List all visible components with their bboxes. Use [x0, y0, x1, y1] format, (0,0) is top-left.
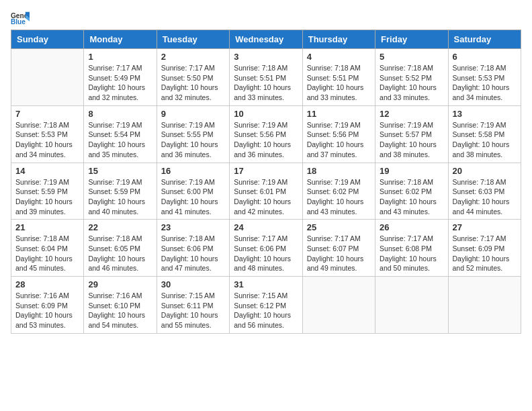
day-info: Sunrise: 7:18 AM Sunset: 6:04 PM Dayligh… [15, 234, 79, 273]
day-number: 28 [15, 279, 79, 289]
day-number: 2 [161, 52, 225, 62]
day-number: 17 [234, 166, 298, 176]
logo: General Blue [11, 11, 32, 26]
day-number: 8 [88, 109, 152, 119]
day-number: 15 [88, 166, 152, 176]
day-info: Sunrise: 7:19 AM Sunset: 6:01 PM Dayligh… [234, 177, 298, 217]
day-number: 27 [453, 222, 517, 232]
calendar-cell: 25Sunrise: 7:17 AM Sunset: 6:07 PM Dayli… [302, 220, 375, 277]
calendar-cell: 19Sunrise: 7:18 AM Sunset: 6:02 PM Dayli… [375, 163, 448, 220]
day-number: 18 [307, 166, 371, 176]
calendar-week-row: 7Sunrise: 7:18 AM Sunset: 5:53 PM Daylig… [11, 105, 521, 163]
calendar-week-row: 14Sunrise: 7:19 AM Sunset: 5:59 PM Dayli… [11, 163, 521, 220]
day-info: Sunrise: 7:19 AM Sunset: 6:02 PM Dayligh… [307, 177, 371, 217]
day-number: 20 [453, 166, 517, 176]
day-number: 5 [380, 52, 443, 62]
day-info: Sunrise: 7:17 AM Sunset: 5:50 PM Dayligh… [161, 63, 225, 103]
calendar-cell: 12Sunrise: 7:19 AM Sunset: 5:57 PM Dayli… [375, 105, 448, 163]
day-info: Sunrise: 7:19 AM Sunset: 5:59 PM Dayligh… [15, 177, 79, 217]
day-info: Sunrise: 7:19 AM Sunset: 5:56 PM Dayligh… [234, 120, 298, 160]
day-number: 7 [15, 109, 79, 119]
logo-icon: General Blue [11, 11, 30, 26]
day-info: Sunrise: 7:18 AM Sunset: 5:51 PM Dayligh… [307, 63, 371, 103]
calendar-cell: 24Sunrise: 7:17 AM Sunset: 6:06 PM Dayli… [230, 220, 302, 277]
day-info: Sunrise: 7:16 AM Sunset: 6:10 PM Dayligh… [88, 291, 152, 330]
day-info: Sunrise: 7:19 AM Sunset: 5:58 PM Dayligh… [453, 120, 517, 160]
day-number: 24 [234, 222, 298, 232]
calendar-cell [448, 277, 521, 334]
calendar-cell: 17Sunrise: 7:19 AM Sunset: 6:01 PM Dayli… [230, 163, 302, 220]
day-info: Sunrise: 7:18 AM Sunset: 5:51 PM Dayligh… [234, 63, 298, 103]
calendar-cell: 8Sunrise: 7:19 AM Sunset: 5:54 PM Daylig… [84, 105, 157, 163]
calendar-cell: 22Sunrise: 7:18 AM Sunset: 6:05 PM Dayli… [84, 220, 157, 277]
calendar-cell: 26Sunrise: 7:17 AM Sunset: 6:08 PM Dayli… [375, 220, 448, 277]
day-number: 6 [453, 52, 517, 62]
calendar-cell: 18Sunrise: 7:19 AM Sunset: 6:02 PM Dayli… [302, 163, 375, 220]
day-number: 4 [307, 52, 371, 62]
calendar-cell: 13Sunrise: 7:19 AM Sunset: 5:58 PM Dayli… [448, 105, 521, 163]
calendar-cell: 3Sunrise: 7:18 AM Sunset: 5:51 PM Daylig… [230, 49, 302, 106]
calendar-cell: 2Sunrise: 7:17 AM Sunset: 5:50 PM Daylig… [157, 49, 229, 106]
day-number: 3 [234, 52, 298, 62]
day-number: 25 [307, 222, 371, 232]
day-info: Sunrise: 7:17 AM Sunset: 5:49 PM Dayligh… [88, 63, 152, 103]
day-number: 19 [380, 166, 443, 176]
calendar-header-row: SundayMondayTuesdayWednesdayThursdayFrid… [11, 30, 521, 49]
calendar-cell: 31Sunrise: 7:15 AM Sunset: 6:12 PM Dayli… [230, 277, 302, 334]
calendar-cell: 15Sunrise: 7:19 AM Sunset: 5:59 PM Dayli… [84, 163, 157, 220]
day-info: Sunrise: 7:18 AM Sunset: 5:52 PM Dayligh… [380, 63, 443, 103]
day-info: Sunrise: 7:19 AM Sunset: 5:59 PM Dayligh… [88, 177, 152, 217]
day-of-week-header: Saturday [448, 30, 521, 49]
day-info: Sunrise: 7:17 AM Sunset: 6:08 PM Dayligh… [380, 234, 443, 273]
calendar-cell: 10Sunrise: 7:19 AM Sunset: 5:56 PM Dayli… [230, 105, 302, 163]
calendar-cell: 5Sunrise: 7:18 AM Sunset: 5:52 PM Daylig… [375, 49, 448, 106]
calendar-cell: 9Sunrise: 7:19 AM Sunset: 5:55 PM Daylig… [157, 105, 229, 163]
day-number: 29 [88, 279, 152, 289]
day-info: Sunrise: 7:18 AM Sunset: 6:06 PM Dayligh… [161, 234, 225, 273]
calendar-table: SundayMondayTuesdayWednesdayThursdayFrid… [11, 30, 521, 334]
day-info: Sunrise: 7:17 AM Sunset: 6:09 PM Dayligh… [453, 234, 517, 273]
day-number: 23 [161, 222, 225, 232]
day-info: Sunrise: 7:19 AM Sunset: 5:57 PM Dayligh… [380, 120, 443, 160]
calendar-cell: 21Sunrise: 7:18 AM Sunset: 6:04 PM Dayli… [11, 220, 84, 277]
day-number: 10 [234, 109, 298, 119]
day-info: Sunrise: 7:19 AM Sunset: 6:00 PM Dayligh… [161, 177, 225, 217]
calendar-week-row: 28Sunrise: 7:16 AM Sunset: 6:09 PM Dayli… [11, 277, 521, 334]
day-of-week-header: Tuesday [157, 30, 229, 49]
day-info: Sunrise: 7:18 AM Sunset: 5:53 PM Dayligh… [453, 63, 517, 103]
calendar-cell [375, 277, 448, 334]
day-number: 12 [380, 109, 443, 119]
day-of-week-header: Wednesday [230, 30, 302, 49]
day-info: Sunrise: 7:17 AM Sunset: 6:07 PM Dayligh… [307, 234, 371, 273]
calendar-cell: 27Sunrise: 7:17 AM Sunset: 6:09 PM Dayli… [448, 220, 521, 277]
calendar-cell: 4Sunrise: 7:18 AM Sunset: 5:51 PM Daylig… [302, 49, 375, 106]
day-info: Sunrise: 7:15 AM Sunset: 6:11 PM Dayligh… [161, 291, 225, 330]
day-info: Sunrise: 7:18 AM Sunset: 6:03 PM Dayligh… [453, 177, 517, 217]
day-number: 14 [15, 166, 79, 176]
day-of-week-header: Sunday [11, 30, 84, 49]
day-number: 16 [161, 166, 225, 176]
calendar-week-row: 1Sunrise: 7:17 AM Sunset: 5:49 PM Daylig… [11, 49, 521, 106]
calendar-cell: 14Sunrise: 7:19 AM Sunset: 5:59 PM Dayli… [11, 163, 84, 220]
calendar-cell: 20Sunrise: 7:18 AM Sunset: 6:03 PM Dayli… [448, 163, 521, 220]
calendar-cell: 23Sunrise: 7:18 AM Sunset: 6:06 PM Dayli… [157, 220, 229, 277]
day-info: Sunrise: 7:17 AM Sunset: 6:06 PM Dayligh… [234, 234, 298, 273]
calendar-cell: 1Sunrise: 7:17 AM Sunset: 5:49 PM Daylig… [84, 49, 157, 106]
calendar-week-row: 21Sunrise: 7:18 AM Sunset: 6:04 PM Dayli… [11, 220, 521, 277]
day-number: 21 [15, 222, 79, 232]
calendar-cell: 7Sunrise: 7:18 AM Sunset: 5:53 PM Daylig… [11, 105, 84, 163]
calendar-cell: 16Sunrise: 7:19 AM Sunset: 6:00 PM Dayli… [157, 163, 229, 220]
page-header: General Blue [11, 11, 521, 26]
calendar-cell: 11Sunrise: 7:19 AM Sunset: 5:56 PM Dayli… [302, 105, 375, 163]
calendar-cell: 30Sunrise: 7:15 AM Sunset: 6:11 PM Dayli… [157, 277, 229, 334]
day-info: Sunrise: 7:15 AM Sunset: 6:12 PM Dayligh… [234, 291, 298, 330]
calendar-cell [11, 49, 84, 106]
day-info: Sunrise: 7:19 AM Sunset: 5:56 PM Dayligh… [307, 120, 371, 160]
day-number: 31 [234, 279, 298, 289]
day-info: Sunrise: 7:18 AM Sunset: 6:02 PM Dayligh… [380, 177, 443, 217]
day-info: Sunrise: 7:16 AM Sunset: 6:09 PM Dayligh… [15, 291, 79, 330]
calendar-cell [302, 277, 375, 334]
day-number: 1 [88, 52, 152, 62]
svg-text:Blue: Blue [11, 18, 26, 26]
calendar-cell: 29Sunrise: 7:16 AM Sunset: 6:10 PM Dayli… [84, 277, 157, 334]
